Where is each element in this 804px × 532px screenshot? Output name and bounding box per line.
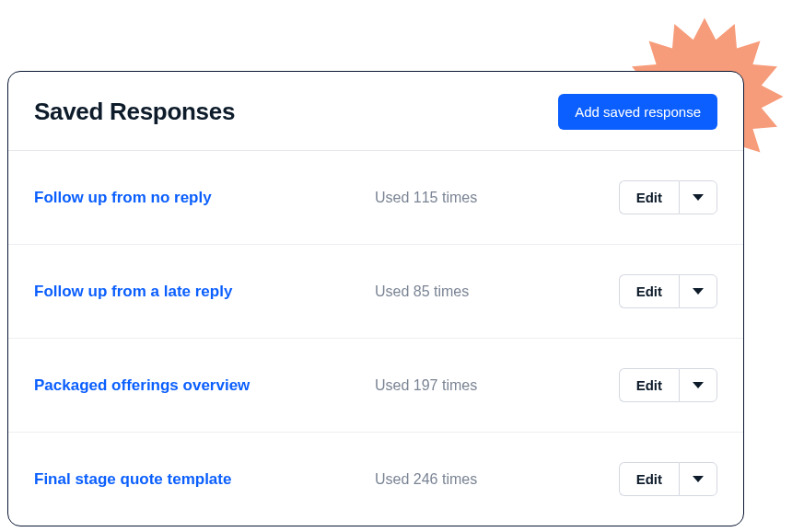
edit-button[interactable]: Edit: [619, 180, 679, 214]
saved-response-row: Final stage quote template Used 246 time…: [8, 433, 743, 526]
edit-button[interactable]: Edit: [619, 274, 679, 308]
response-name-link[interactable]: Follow up from a late reply: [34, 283, 375, 301]
row-actions-dropdown[interactable]: [679, 462, 717, 496]
edit-button[interactable]: Edit: [619, 368, 679, 402]
usage-count: Used 246 times: [375, 471, 619, 488]
usage-count: Used 197 times: [375, 377, 619, 394]
row-actions-dropdown[interactable]: [679, 274, 717, 308]
card-header: Saved Responses Add saved response: [8, 72, 743, 151]
row-actions: Edit: [619, 368, 717, 402]
row-actions-dropdown[interactable]: [679, 368, 717, 402]
saved-response-row: Packaged offerings overview Used 197 tim…: [8, 339, 743, 433]
saved-responses-card: Saved Responses Add saved response Follo…: [7, 71, 744, 526]
caret-down-icon: [693, 382, 704, 388]
usage-count: Used 115 times: [375, 190, 619, 206]
saved-response-row: Follow up from a late reply Used 85 time…: [8, 245, 743, 339]
caret-down-icon: [693, 288, 704, 295]
row-actions: Edit: [619, 462, 717, 496]
response-name-link[interactable]: Follow up from no reply: [34, 189, 375, 207]
edit-button[interactable]: Edit: [619, 462, 679, 496]
response-name-link[interactable]: Packaged offerings overview: [34, 376, 375, 395]
saved-response-row: Follow up from no reply Used 115 times E…: [8, 151, 743, 245]
add-saved-response-button[interactable]: Add saved response: [558, 94, 717, 130]
row-actions: Edit: [619, 180, 717, 214]
page-title: Saved Responses: [34, 98, 235, 126]
usage-count: Used 85 times: [375, 283, 619, 300]
response-name-link[interactable]: Final stage quote template: [34, 470, 375, 489]
caret-down-icon: [693, 476, 704, 482]
caret-down-icon: [693, 194, 704, 201]
row-actions: Edit: [619, 274, 717, 308]
row-actions-dropdown[interactable]: [679, 180, 717, 214]
